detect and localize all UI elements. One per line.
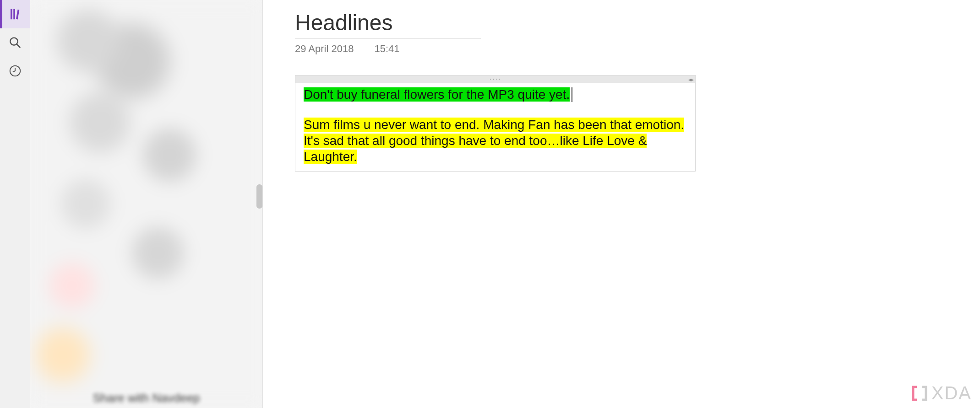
notes-list-pane: Share with Navdeep (30, 0, 263, 408)
sidebar-item-search[interactable] (0, 28, 30, 57)
share-footer: Share with Navdeep (30, 391, 262, 405)
drag-dots-icon: ···· (490, 75, 501, 83)
note-container-grip[interactable]: ···· ◂▸ (295, 75, 695, 83)
text-caret (572, 87, 572, 102)
xda-watermark-text: XDA (931, 383, 972, 403)
page-title[interactable]: Headlines (295, 10, 481, 38)
svg-rect-1 (13, 9, 15, 20)
sidebar-item-recent[interactable] (0, 57, 30, 85)
clock-icon (8, 64, 22, 78)
notes-list-blurred (30, 0, 262, 408)
svg-point-3 (10, 38, 17, 45)
editor-pane: Headlines 29 April 2018 15:41 ···· ◂▸ Do… (263, 0, 980, 408)
highlighted-line-2[interactable]: Sum films u never want to end. Making Fa… (304, 118, 684, 164)
svg-rect-0 (11, 9, 12, 20)
note-date: 29 April 2018 (295, 43, 354, 55)
search-icon (8, 36, 22, 49)
highlighted-line-1[interactable]: Don't buy funeral flowers for the MP3 qu… (304, 87, 570, 102)
svg-line-4 (16, 44, 20, 48)
xda-watermark: XDA (910, 383, 972, 403)
svg-rect-2 (16, 10, 19, 20)
books-icon (8, 7, 22, 21)
note-meta: 29 April 2018 15:41 (295, 43, 953, 55)
note-time: 15:41 (374, 43, 399, 55)
nav-sidebar (0, 0, 30, 408)
xda-logo-icon (910, 384, 929, 403)
resize-grip-icon: ◂▸ (688, 76, 694, 83)
note-container[interactable]: ···· ◂▸ Don't buy funeral flowers for th… (295, 75, 696, 172)
note-body[interactable]: Don't buy funeral flowers for the MP3 qu… (295, 83, 695, 171)
sidebar-item-notebooks[interactable] (0, 0, 30, 28)
scrollbar-thumb[interactable] (256, 184, 262, 209)
